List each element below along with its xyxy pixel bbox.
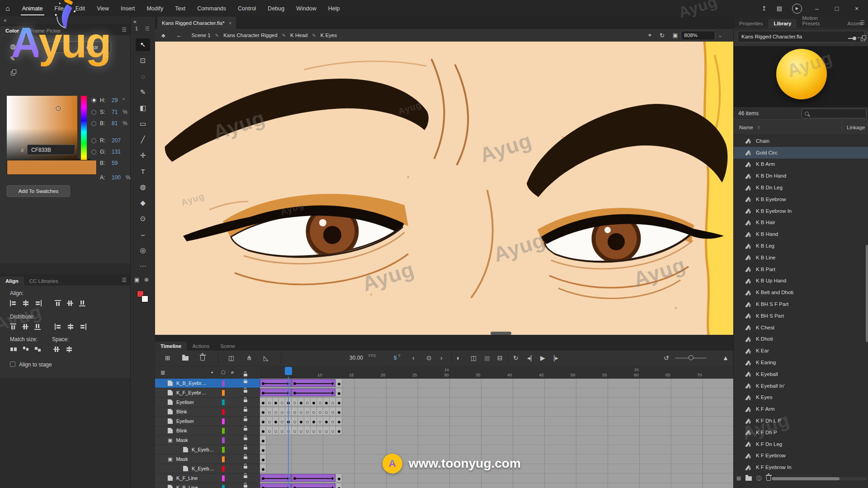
home-icon[interactable]: ⌂ <box>5 5 10 13</box>
layer-name[interactable]: K_F_Eyebr… <box>176 390 206 395</box>
classic-tween-span[interactable] <box>292 389 335 396</box>
blank-keyframe-cell[interactable] <box>266 427 273 434</box>
blank-keyframe-cell[interactable] <box>330 417 336 425</box>
zoom-chevron-icon[interactable]: ⌄ <box>718 32 722 38</box>
layer-lock-icon[interactable] <box>244 447 247 450</box>
close-document-icon[interactable]: × <box>229 20 231 26</box>
maximize-button[interactable]: □ <box>832 5 842 12</box>
blank-keyframe-cell[interactable] <box>266 398 273 406</box>
keyframe-cell[interactable] <box>323 417 330 425</box>
stage-canvas[interactable] <box>155 42 733 335</box>
align-center-vertical-icon[interactable] <box>67 300 74 306</box>
tab-align[interactable]: Align <box>0 277 24 286</box>
keyframe-cell[interactable] <box>260 398 266 406</box>
keyframe-cell[interactable] <box>298 398 304 406</box>
panel-menu-icon[interactable]: ☰ <box>122 277 127 283</box>
align-bottom-icon[interactable] <box>79 300 86 306</box>
timeline-zoom-knob[interactable] <box>689 355 693 360</box>
show-hide-column-icon[interactable]: • <box>211 370 213 376</box>
layer-blink[interactable]: Blink <box>155 407 260 417</box>
layer-outline-color[interactable] <box>222 399 225 405</box>
play-icon[interactable]: ▶ <box>540 354 545 361</box>
layer-name[interactable]: K_Eyeb… <box>192 447 214 452</box>
hand-tool[interactable]: ⌣ <box>136 228 150 241</box>
blank-keyframe-cell[interactable] <box>323 427 330 434</box>
blank-keyframe-cell[interactable] <box>304 417 311 425</box>
edit-scene-icon[interactable]: ♣ <box>161 32 165 39</box>
lock-column-icon[interactable] <box>244 374 247 376</box>
swap-colors-icon[interactable] <box>11 71 15 75</box>
blank-keyframe-cell[interactable] <box>304 427 311 434</box>
eraser-tool[interactable]: ◧ <box>136 102 150 114</box>
layer-eyeliser[interactable]: Eyeliser <box>155 398 260 407</box>
paint-bucket-tool[interactable]: ◍ <box>136 181 150 193</box>
fill-color-icon[interactable]: ◍ <box>10 42 16 51</box>
library-search-input[interactable] <box>802 108 867 118</box>
layer-name[interactable]: Mask <box>176 437 188 443</box>
match-height-icon[interactable] <box>22 346 29 352</box>
frames-row-mask[interactable] <box>260 455 733 464</box>
classic-tween-span[interactable] <box>260 474 291 482</box>
layer-name[interactable]: Eyeliser <box>176 418 194 424</box>
blank-keyframe-cell[interactable] <box>330 398 336 406</box>
panel-menu-icon[interactable]: ☰ <box>122 27 127 33</box>
keyframe-cell[interactable] <box>323 398 330 406</box>
color-gradient-field[interactable] <box>7 96 77 168</box>
menu-modify[interactable]: Modify <box>141 0 169 17</box>
symbol-edit-icon[interactable]: ▣ <box>134 277 139 283</box>
distribute-middle-icon[interactable] <box>22 324 29 330</box>
layer-k-eyeb[interactable]: K_Eyeb… <box>155 464 260 474</box>
edit-multiple-frames-icon[interactable]: ▩ <box>484 354 490 361</box>
layer-name[interactable]: K_B_Line <box>176 485 198 488</box>
menu-insert[interactable]: Insert <box>115 0 141 17</box>
distribute-center-icon[interactable] <box>67 324 74 330</box>
item-properties-icon[interactable]: ⓘ <box>756 475 762 483</box>
current-frame-value[interactable]: 5 <box>394 355 397 361</box>
breadcrumb-scene[interactable]: Scene 1 <box>192 33 211 38</box>
classic-tween-span[interactable] <box>292 483 335 488</box>
tab-frame-picker[interactable]: Frame Picker <box>24 26 66 35</box>
color-channel-value[interactable]: 71 <box>112 109 118 115</box>
column-divider[interactable] <box>841 122 842 133</box>
blank-keyframe-cell[interactable] <box>279 417 285 425</box>
clip-content-icon[interactable]: ▣ <box>673 32 678 38</box>
menu-view[interactable]: View <box>91 0 115 17</box>
breadcrumb-symbol-2[interactable]: K Head <box>290 33 307 38</box>
library-item-k-f-eyebrow[interactable]: K F Eyebrow <box>734 450 868 462</box>
layer-mask[interactable]: ▣Mask <box>155 455 260 464</box>
tab-cc-libraries[interactable]: CC Libraries <box>24 277 64 286</box>
color-channel-value[interactable]: 207 <box>112 137 121 144</box>
library-item-k-b-hair[interactable]: K B Hair <box>734 217 868 229</box>
library-item-k-b-dn-hand[interactable]: K B Dn Hand <box>734 170 868 182</box>
layer-k-b-line[interactable]: K_B_Line <box>155 483 260 488</box>
layer-name[interactable]: K_B_Eyebr… <box>176 380 207 386</box>
library-item-k-eyes[interactable]: K Eyes <box>734 392 868 404</box>
layer-k-eyeb[interactable]: K_Eyeb… <box>155 445 260 455</box>
library-vertical-scrollbar[interactable] <box>866 245 868 342</box>
blank-keyframe-cell[interactable] <box>330 408 336 415</box>
delete-layer-icon[interactable] <box>200 356 205 361</box>
blank-keyframe-cell[interactable] <box>317 417 323 425</box>
selection-tool[interactable]: ↖ <box>136 38 150 51</box>
keyframe-cell[interactable] <box>260 455 266 463</box>
keyframe-cell[interactable] <box>336 427 342 434</box>
frame-rate-value[interactable]: 30.00 <box>349 355 363 361</box>
new-layer-icon[interactable]: ⊞ <box>165 354 170 361</box>
asset-warp-tool[interactable]: ⊙ <box>136 212 150 225</box>
camera-icon[interactable]: ◫ <box>228 354 234 361</box>
layer-name[interactable]: K_Eyeb… <box>192 466 214 471</box>
tab-actions[interactable]: Actions <box>187 342 215 351</box>
reset-timeline-zoom-icon[interactable]: ↺ <box>664 354 669 361</box>
color-channel-value[interactable]: 131 <box>112 149 121 155</box>
new-library-panel-icon[interactable] <box>861 37 865 41</box>
blank-keyframe-cell[interactable] <box>292 398 298 406</box>
insert-keyframe-icon[interactable]: ⊙ <box>426 354 432 361</box>
rotate-stage-icon[interactable]: ↻ <box>660 32 665 39</box>
align-to-stage-checkbox[interactable] <box>10 361 15 367</box>
color-picker-marker[interactable] <box>56 106 61 111</box>
radio-b[interactable] <box>91 121 96 126</box>
tools-column-count[interactable]: 1 <box>135 26 138 31</box>
tab-library[interactable]: Library <box>768 19 797 28</box>
layer-lock-icon[interactable] <box>244 475 247 478</box>
classic-tween-span[interactable] <box>260 379 291 387</box>
